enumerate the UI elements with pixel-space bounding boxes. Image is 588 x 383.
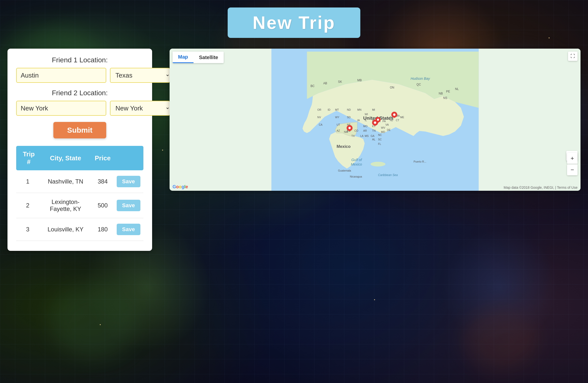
svg-text:NC: NC	[378, 133, 382, 136]
svg-text:Gulf of: Gulf of	[351, 158, 362, 162]
svg-text:Nicaragua: Nicaragua	[350, 175, 362, 178]
svg-text:NS: NS	[443, 96, 447, 100]
svg-text:MI: MI	[372, 108, 375, 111]
map-zoom-controls: + −	[567, 153, 578, 176]
svg-text:BC: BC	[310, 84, 315, 88]
save-button-2[interactable]: Save	[117, 224, 140, 235]
svg-text:NL: NL	[455, 87, 459, 91]
fullscreen-icon: ⛶	[571, 54, 575, 59]
col-trip-num: Trip #	[16, 146, 39, 170]
svg-text:ND: ND	[347, 108, 351, 111]
submit-container: Submit	[16, 122, 143, 138]
svg-point-73	[393, 113, 395, 116]
cell-save: Save	[114, 170, 143, 193]
cell-save: Save	[114, 193, 143, 218]
svg-point-70	[374, 121, 376, 124]
svg-text:SD: SD	[347, 116, 351, 119]
friend2-label: Friend 2 Location:	[16, 89, 143, 97]
svg-text:AR: AR	[363, 129, 367, 132]
svg-text:SC: SC	[378, 138, 382, 141]
city-light	[374, 299, 375, 300]
bg-blob	[50, 283, 137, 358]
svg-text:Mexico: Mexico	[337, 144, 351, 149]
svg-text:IA: IA	[357, 119, 360, 122]
cell-save: Save	[114, 218, 143, 241]
map-container[interactable]: Map Satellite ⛶ Gulf of Mexico Ca	[170, 49, 581, 191]
cell-price: 180	[92, 218, 114, 241]
cell-city-state: Louisville, KY	[39, 218, 92, 241]
google-logo: Google	[173, 184, 188, 190]
svg-text:VA: VA	[386, 123, 389, 126]
map-tab-satellite[interactable]: Satellite	[194, 52, 224, 63]
cell-city-state: Lexington-Fayette, KY	[39, 193, 92, 218]
friend1-state-select[interactable]: AlabamaAlaskaArizonaArkansasCaliforniaCo…	[110, 68, 170, 83]
svg-text:LA: LA	[360, 134, 364, 137]
svg-text:Guatemala: Guatemala	[338, 169, 351, 172]
svg-text:WI: WI	[365, 113, 368, 116]
cell-price: 384	[92, 170, 114, 193]
city-light	[162, 150, 163, 151]
svg-text:ME: ME	[400, 116, 404, 119]
svg-point-4	[371, 162, 385, 167]
svg-text:IL: IL	[365, 119, 367, 122]
svg-text:WY: WY	[335, 116, 339, 119]
submit-button[interactable]: Submit	[53, 122, 106, 138]
save-button-1[interactable]: Save	[117, 200, 140, 211]
svg-text:MD: MD	[381, 130, 385, 133]
svg-text:Hudson Bay: Hudson Bay	[411, 77, 430, 81]
svg-text:NB: NB	[439, 92, 443, 95]
map-tab-map[interactable]: Map	[173, 52, 194, 63]
svg-text:TN: TN	[372, 129, 376, 132]
svg-text:TX: TX	[351, 134, 355, 137]
friend1-inputs: AlabamaAlaskaArizonaArkansasCaliforniaCo…	[16, 68, 143, 83]
svg-text:FL: FL	[378, 142, 381, 145]
svg-text:ID: ID	[328, 108, 330, 111]
svg-text:AZ: AZ	[337, 129, 340, 132]
col-city-state: City, State	[39, 146, 92, 170]
zoom-in-button[interactable]: +	[567, 153, 578, 164]
svg-text:AB: AB	[323, 82, 327, 85]
svg-text:UT: UT	[337, 123, 340, 126]
zoom-out-button[interactable]: −	[567, 164, 578, 175]
left-panel: Friend 1 Location: AlabamaAlaskaArizonaA…	[7, 49, 152, 251]
friend2-inputs: AlabamaAlaskaArizonaArkansasCaliforniaCo…	[16, 101, 143, 116]
map-fullscreen-button[interactable]: ⛶	[568, 52, 578, 61]
map-svg: Gulf of Mexico Caribbean Sea Mexico Unit…	[170, 49, 581, 191]
svg-text:AL: AL	[372, 138, 375, 141]
friend2-city-input[interactable]	[16, 101, 106, 116]
svg-text:CA: CA	[319, 123, 323, 126]
svg-point-76	[377, 119, 379, 121]
table-row: 1 Nashville, TN 384 Save	[16, 170, 143, 193]
svg-text:Mexico: Mexico	[351, 162, 362, 166]
svg-point-67	[348, 127, 351, 129]
table-row: 2 Lexington-Fayette, KY 500 Save	[16, 193, 143, 218]
col-save	[114, 146, 143, 170]
title-container: New Trip	[228, 7, 360, 38]
cell-price: 500	[92, 193, 114, 218]
map-tabs: Map Satellite	[173, 52, 224, 63]
bg-blob	[463, 308, 538, 371]
cell-trip-num: 2	[16, 193, 39, 218]
svg-text:CT: CT	[396, 119, 399, 122]
cell-trip-num: 3	[16, 218, 39, 241]
svg-text:GA: GA	[371, 134, 375, 137]
map-attribution: Map data ©2018 Google, INEGI, | Terms of…	[504, 186, 578, 190]
page-title: New Trip	[253, 12, 335, 33]
svg-text:ON: ON	[390, 86, 394, 89]
save-button-0[interactable]: Save	[117, 176, 140, 187]
table-row: 3 Louisville, KY 180 Save	[16, 218, 143, 241]
col-price: Price	[92, 146, 114, 170]
svg-text:SK: SK	[338, 80, 342, 84]
svg-text:PA: PA	[383, 120, 386, 123]
svg-text:CO: CO	[354, 129, 358, 132]
table-header: Trip # City, State Price	[16, 146, 143, 170]
svg-text:NM: NM	[344, 130, 348, 133]
svg-text:NV: NV	[317, 116, 321, 119]
friend2-state-select[interactable]: AlabamaAlaskaArizonaArkansasCaliforniaCo…	[110, 101, 170, 116]
cell-city-state: Nashville, TN	[39, 170, 92, 193]
svg-text:MB: MB	[357, 79, 362, 82]
svg-text:Puerto R...: Puerto R...	[413, 160, 426, 163]
friend1-city-input[interactable]	[16, 68, 106, 83]
city-light	[549, 37, 550, 38]
svg-text:MT: MT	[335, 108, 339, 111]
